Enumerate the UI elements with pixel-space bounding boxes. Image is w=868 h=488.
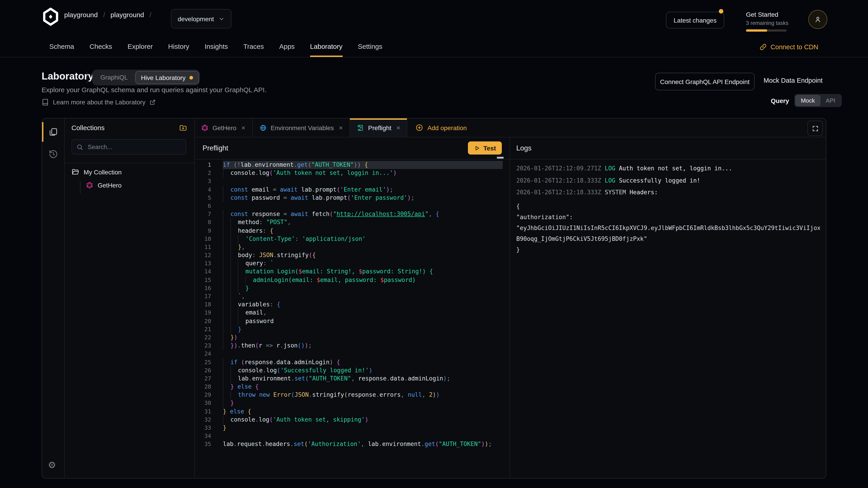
code-line[interactable]: 34 xyxy=(194,432,510,440)
editor-scrollbar-thumb[interactable] xyxy=(497,157,504,159)
line-number: 30 xyxy=(194,399,211,408)
breadcrumb-org[interactable]: playground xyxy=(64,11,98,19)
line-number: 15 xyxy=(194,276,211,284)
code-line[interactable]: 12body: JSON.stringify({ xyxy=(194,251,510,259)
code-line[interactable]: 26console.log('Successfully logged in!') xyxy=(194,366,510,375)
nav-item-traces[interactable]: Traces xyxy=(243,42,264,57)
get-started-widget[interactable]: Get Started 3 remaining tasks xyxy=(746,11,787,32)
code-line[interactable]: 35lab.request.headers.set('Authorization… xyxy=(194,440,510,449)
nav-item-history[interactable]: History xyxy=(168,42,189,57)
learn-more-link[interactable]: Learn more about the Laboratory xyxy=(41,98,155,106)
code-line[interactable]: 4const email = await lab.prompt('Enter e… xyxy=(194,186,510,194)
code-line[interactable]: 33} xyxy=(194,424,510,432)
code-line[interactable]: 31} else { xyxy=(194,408,510,416)
code-line[interactable]: 3 xyxy=(194,177,510,186)
code-line[interactable]: 1if (!lab.environment.get("AUTH_TOKEN"))… xyxy=(194,161,510,169)
code-line[interactable]: 8method: "POST", xyxy=(194,219,510,227)
add-operation-label: Add operation xyxy=(428,124,467,131)
code-line[interactable]: 16} xyxy=(194,284,510,292)
code-line[interactable]: 9headers: { xyxy=(194,227,510,235)
user-avatar[interactable] xyxy=(808,10,827,29)
line-number: 24 xyxy=(194,350,211,358)
code-line[interactable]: 22}) xyxy=(194,333,510,341)
settings-gear-icon[interactable]: ⚙ xyxy=(48,460,56,470)
collection-operation-item[interactable]: GetHero xyxy=(86,182,122,189)
line-number: 11 xyxy=(194,243,211,251)
code-line[interactable]: 13query: ` xyxy=(194,260,510,268)
log-list: 2026-01-26T12:12:09.271Z LOG Auth token … xyxy=(516,165,820,255)
book-icon xyxy=(41,98,49,106)
nav-item-insights[interactable]: Insights xyxy=(205,42,228,57)
line-number: 9 xyxy=(194,227,211,235)
tab-gethero[interactable]: GetHero× xyxy=(194,119,252,137)
graphql-icon xyxy=(86,182,93,189)
close-icon[interactable]: × xyxy=(339,124,343,131)
code-line[interactable]: 30} xyxy=(194,399,510,408)
code-line[interactable]: 18variables: { xyxy=(194,300,510,308)
script-icon xyxy=(357,124,364,131)
code-line[interactable]: 28} else { xyxy=(194,383,510,391)
rail-active-indicator xyxy=(42,122,43,142)
code-line[interactable]: 24 xyxy=(194,350,510,358)
code-line[interactable]: 10'Content-Type': 'application/json' xyxy=(194,235,510,243)
code-line[interactable]: 2console.log('Auth token not set, loggin… xyxy=(194,169,510,177)
segment-api[interactable]: API xyxy=(820,95,841,106)
collections-icon[interactable] xyxy=(49,127,58,137)
toggle-graphiql[interactable]: GraphiQL xyxy=(93,71,135,84)
segment-mock[interactable]: Mock xyxy=(796,95,820,106)
history-icon[interactable] xyxy=(49,149,58,159)
code-line[interactable]: 11}, xyxy=(194,243,510,251)
link-icon xyxy=(760,43,767,51)
toggle-hive-laboratory[interactable]: Hive Laboratory xyxy=(135,71,199,84)
code-line[interactable]: 14mutation Login($email: String!, $passw… xyxy=(194,268,510,276)
nav-item-laboratory[interactable]: Laboratory xyxy=(310,42,342,57)
code-line[interactable]: 23}).then(r => r.json()); xyxy=(194,341,510,350)
test-button[interactable]: Test xyxy=(468,141,502,155)
line-number: 31 xyxy=(194,408,211,416)
code-line[interactable]: 5const password = await lab.prompt('Ente… xyxy=(194,194,510,202)
code-line[interactable]: 25if (response.data.adminLogin) { xyxy=(194,358,510,366)
code-line[interactable]: 32console.log('Auth token set, skipping'… xyxy=(194,416,510,424)
operation-tab-bar: GetHero×Environment Variables×Preflight×… xyxy=(194,119,826,137)
hive-logo-icon[interactable] xyxy=(41,8,61,26)
code-line[interactable]: 20password xyxy=(194,317,510,325)
code-line[interactable]: 17`, xyxy=(194,292,510,300)
target-selector[interactable]: development xyxy=(171,9,231,29)
code-line[interactable]: 21} xyxy=(194,325,510,333)
search-input[interactable] xyxy=(87,143,170,151)
connect-endpoint-button[interactable]: Connect GraphQL API Endpoint xyxy=(655,73,754,90)
code-editor[interactable]: 1if (!lab.environment.get("AUTH_TOKEN"))… xyxy=(194,160,510,479)
mock-endpoint-button[interactable]: Mock Data Endpoint xyxy=(764,77,823,84)
add-operation-button[interactable]: Add operation xyxy=(408,119,475,137)
learn-more-label: Learn more about the Laboratory xyxy=(53,98,145,106)
nav-item-apps[interactable]: Apps xyxy=(279,42,294,57)
get-started-subtitle: 3 remaining tasks xyxy=(746,20,787,26)
breadcrumb-project[interactable]: playground xyxy=(111,11,144,19)
code-line[interactable]: 19email, xyxy=(194,309,510,317)
test-button-label: Test xyxy=(484,144,496,152)
connect-cdn-link[interactable]: Connect to CDN xyxy=(760,43,818,51)
collections-search[interactable] xyxy=(71,139,186,155)
line-number: 10 xyxy=(194,235,211,243)
latest-changes-button[interactable]: Latest changes xyxy=(666,12,724,29)
tab-environment-variables[interactable]: Environment Variables× xyxy=(252,119,350,137)
nav-item-checks[interactable]: Checks xyxy=(90,42,112,57)
code-line[interactable]: 29throw new Error(JSON.stringify(respons… xyxy=(194,391,510,399)
collection-folder-item[interactable]: My Collection xyxy=(71,168,122,176)
nav-item-schema[interactable]: Schema xyxy=(49,42,74,57)
close-icon[interactable]: × xyxy=(241,124,246,131)
fullscreen-button[interactable] xyxy=(807,121,823,136)
code-line[interactable]: 27lab.environment.set("AUTH_TOKEN", resp… xyxy=(194,375,510,383)
code-line[interactable]: 15adminLogin(email: $email, password: $p… xyxy=(194,276,510,284)
code-line[interactable]: 7const response = await fetch("http://lo… xyxy=(194,210,510,218)
nav-item-settings[interactable]: Settings xyxy=(358,42,382,57)
line-number: 8 xyxy=(194,219,211,227)
tab-preflight[interactable]: Preflight× xyxy=(350,119,408,137)
code-line[interactable]: 6 xyxy=(194,202,510,210)
nav-item-explorer[interactable]: Explorer xyxy=(127,42,153,57)
line-number: 13 xyxy=(194,260,211,268)
new-collection-icon[interactable] xyxy=(179,124,187,132)
collections-panel: Collections xyxy=(64,119,195,478)
line-number: 5 xyxy=(194,194,211,202)
close-icon[interactable]: × xyxy=(396,124,400,131)
